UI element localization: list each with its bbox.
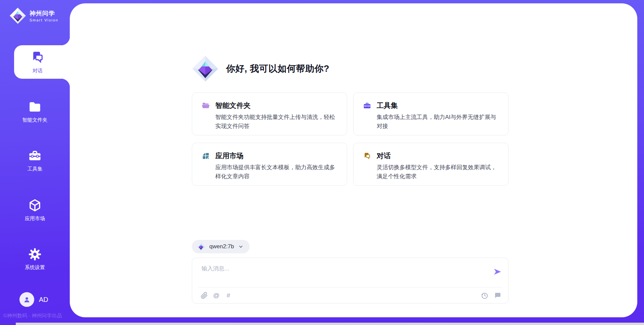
card-description: 应用市场提供丰富长文本模板，助力高效生成多样化文章内容 [215,163,338,181]
sidebar-item-app-market[interactable]: 应用市场 [0,198,70,222]
composer-divider [198,287,502,287]
bottom-edge-strip [16,323,644,325]
card-app-market[interactable]: 应用市场 应用市场提供丰富长文本模板，助力高效生成多样化文章内容 [192,143,347,186]
greeting-text: 你好, 我可以如何帮助你? [226,63,329,75]
card-description: 灵活切换多模型文件，支持多样回复效果调试，满足个性化需求 [377,163,499,181]
chevron-down-icon [238,244,244,249]
diamond-logo-icon [197,242,205,251]
paperclip-icon [200,291,208,300]
attach-button[interactable] [200,291,208,300]
folder-icon [28,100,42,114]
grid-icon [202,152,210,160]
topic-button[interactable]: # [224,291,232,300]
avatar [19,292,34,307]
card-smart-folder[interactable]: 智能文件夹 智能文件夹功能支持批量文件上传与清洗，轻松实现文件问答 [192,92,347,135]
greeting: 你好, 我可以如何帮助你? [192,55,329,82]
model-name: qwen2:7b [209,243,234,250]
sidebar-item-settings[interactable]: 系统设置 [0,247,70,271]
app-subtitle: Smart Vision [30,18,58,22]
card-description: 集成市场上主流工具，助力AI与外界无缝扩展与对接 [377,113,499,131]
composer-toolbar: @ # [200,291,501,300]
message-input[interactable] [202,265,483,283]
sidebar-item-toolset[interactable]: 工具集 [0,149,70,172]
user-initials: AD [39,296,48,304]
app-name: 神州问学 [30,9,58,17]
hash-icon: # [227,292,230,299]
diamond-logo-icon [192,55,219,82]
chat-icon [363,152,371,160]
card-title: 工具集 [377,101,398,110]
main-content: 你好, 我可以如何帮助你? 智能文件夹 智能文件夹功能支持批量文件上传与清洗，轻… [192,3,508,317]
sidebar-item-label: 智能文件夹 [22,117,48,123]
sidebar-item-smart-folder[interactable]: 智能文件夹 [0,100,70,123]
main-panel: 你好, 我可以如何帮助你? 智能文件夹 智能文件夹功能支持批量文件上传与清洗，轻… [70,3,637,317]
model-selector[interactable]: qwen2:7b [192,240,250,253]
sidebar-item-label: 对话 [33,68,43,74]
card-title: 智能文件夹 [215,101,251,110]
person-icon [22,295,31,304]
copyright-footer: ©神州数码 · 神州问学出品 [3,313,62,319]
app-logo: 神州问学 Smart Vision [9,7,58,24]
card-chat[interactable]: 对话 灵活切换多模型文件，支持多样回复效果调试，满足个性化需求 [353,143,508,186]
chat-icon [30,50,45,65]
sidebar-item-label: 系统设置 [25,264,45,271]
sidebar: 神州问学 Smart Vision 对话 智能文件夹 工具集 [0,0,70,325]
chat-bubble-icon [493,291,501,300]
diamond-logo-icon [9,7,26,24]
sidebar-item-label: 工具集 [28,166,43,172]
card-title: 对话 [377,151,391,160]
feature-cards: 智能文件夹 智能文件夹功能支持批量文件上传与清洗，轻松实现文件问答 工具集 集成… [192,92,508,186]
toolbox-icon [28,149,42,163]
card-title: 应用市场 [215,151,244,160]
cube-icon [28,198,42,212]
mention-button[interactable]: @ [212,291,220,300]
folder-open-icon [202,102,210,110]
send-icon [493,267,502,276]
sidebar-item-chat[interactable]: 对话 [14,45,70,79]
card-description: 智能文件夹功能支持批量文件上传与清洗，轻松实现文件问答 [215,113,338,131]
history-icon [481,291,489,300]
at-icon: @ [213,292,219,299]
toolbox-icon [363,102,371,110]
user-profile[interactable]: AD [19,292,48,307]
gear-icon [28,247,42,261]
history-button[interactable] [481,291,489,300]
sidebar-item-label: 应用市场 [25,215,45,222]
send-button[interactable] [493,267,502,276]
feedback-button[interactable] [493,291,501,300]
message-composer: @ # [192,258,508,304]
card-toolset[interactable]: 工具集 集成市场上主流工具，助力AI与外界无缝扩展与对接 [353,92,508,135]
